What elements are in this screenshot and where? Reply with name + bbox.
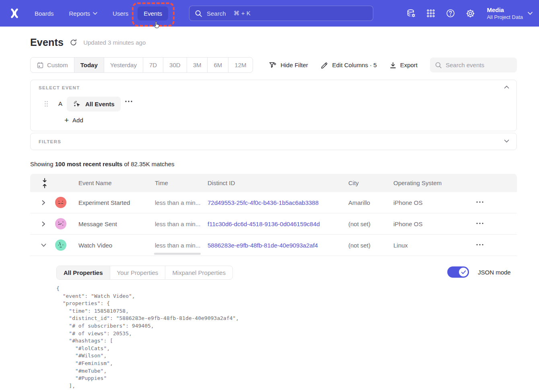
global-search-bar[interactable]: Search ⌘ + K [189, 6, 373, 21]
table-row[interactable]: Watch Video less than a min... 5886283e-… [30, 235, 517, 256]
chevron-down-icon[interactable] [41, 243, 46, 248]
search-events-box[interactable] [430, 58, 517, 72]
json-mode-control: JSON mode [447, 266, 511, 278]
date-range-today[interactable]: Today [74, 58, 104, 72]
apps-grid-icon[interactable] [426, 8, 436, 18]
add-event-button[interactable]: + Add [64, 116, 83, 124]
event-avatar [55, 218, 66, 229]
table-row[interactable]: Message Sent less than a min... f11c30d6… [30, 213, 517, 235]
chevron-down-icon[interactable] [504, 139, 509, 143]
title-row: Events Updated 3 minutes ago [30, 37, 146, 48]
chevron-up-icon[interactable] [504, 85, 509, 89]
date-range-30d[interactable]: 30D [163, 58, 187, 72]
export-button[interactable]: Export [389, 62, 418, 69]
mixpanel-logo-icon[interactable] [8, 7, 21, 19]
nav-item-boards[interactable]: Boards [29, 6, 60, 21]
event-time: less than a min... [155, 242, 200, 249]
project-switcher[interactable]: Media All Project Data [487, 6, 533, 21]
event-city: Amarillo [348, 199, 370, 206]
results-prefix: Showing [30, 161, 55, 167]
select-event-label: SELECT EVENT [39, 85, 80, 90]
magic-cursor-icon [73, 100, 82, 109]
nav-item-label: Boards [35, 10, 54, 17]
table-tools: Hide Filter Edit Columns · 5 Export [269, 58, 517, 72]
date-range-3m[interactable]: 3M [187, 58, 208, 72]
search-events-input[interactable] [446, 62, 514, 68]
selected-event-name: All Events [85, 101, 115, 107]
add-label: Add [72, 117, 83, 124]
tab-all-properties[interactable]: All Properties [57, 266, 110, 279]
tab-label: Mixpanel Properties [172, 269, 226, 276]
chevron-right-icon[interactable] [41, 200, 46, 205]
edit-columns-label: Edit Columns · 5 [332, 62, 377, 68]
search-icon [195, 10, 202, 17]
toggle-knob [459, 268, 468, 276]
date-range-7d[interactable]: 7D [143, 58, 163, 72]
refresh-icon[interactable] [70, 39, 77, 46]
updated-timestamp: Updated 3 minutes ago [83, 39, 146, 46]
table-row[interactable]: Experiment Started less than a min... 72… [30, 192, 517, 213]
event-name: Message Sent [78, 221, 117, 227]
date-range-6m[interactable]: 6M [207, 58, 228, 72]
tab-your-properties[interactable]: Your Properties [110, 266, 165, 279]
filters-label: FILTERS [39, 139, 61, 144]
row-more-icon[interactable] [476, 201, 484, 203]
column-header-time[interactable]: Time [155, 179, 168, 186]
select-event-panel: SELECT EVENT A All Events + Add [30, 80, 517, 131]
event-city: (not set) [348, 242, 370, 249]
chevron-down-icon [528, 12, 533, 15]
event-more-icon[interactable] [125, 100, 133, 103]
search-icon [435, 62, 442, 69]
nav-left-group: Boards Reports Users Events [0, 0, 170, 27]
controls-row: Custom Today Yesterday 7D 30D 3M 6M 12M … [30, 57, 517, 73]
hide-filter-label: Hide Filter [280, 62, 308, 68]
chevron-right-icon[interactable] [41, 221, 46, 227]
nav-right-group: Media All Project Data [406, 0, 533, 27]
column-header-event-name[interactable]: Event Name [78, 179, 112, 186]
event-name: Watch Video [78, 242, 112, 249]
distinct-id-link[interactable]: f11c30d6-dc6d-4518-9136-0d046159c84d [208, 221, 320, 227]
event-selector-pill[interactable]: All Events [67, 97, 121, 111]
nav-item-label: Users [113, 10, 128, 17]
event-city: (not set) [348, 221, 370, 227]
event-time: less than a min... [155, 221, 200, 227]
distinct-id-link[interactable]: 72d49553-25fc-4f0c-b436-1b5ac6ab3388 [208, 199, 319, 206]
settings-icon[interactable] [465, 8, 475, 18]
row-more-icon[interactable] [476, 243, 484, 246]
tab-mixpanel-properties[interactable]: Mixpanel Properties [165, 266, 232, 279]
project-text: Media All Project Data [487, 6, 523, 21]
date-range-label: Yesterday [110, 62, 137, 68]
json-mode-label: JSON mode [478, 269, 511, 276]
project-scope: All Project Data [487, 14, 523, 21]
hide-filter-button[interactable]: Hide Filter [269, 61, 308, 69]
sort-icon[interactable] [42, 178, 47, 188]
horizontal-scrollbar[interactable] [154, 253, 201, 255]
date-range-label: 7D [149, 62, 157, 68]
date-range-selector: Custom Today Yesterday 7D 30D 3M 6M 12M [30, 57, 253, 73]
plus-icon: + [64, 116, 69, 124]
nav-item-users[interactable]: Users [107, 6, 134, 21]
date-range-custom[interactable]: Custom [31, 58, 74, 72]
event-avatar [55, 197, 66, 208]
help-icon[interactable] [446, 8, 455, 18]
json-mode-toggle[interactable] [447, 266, 469, 278]
column-header-city[interactable]: City [348, 179, 359, 186]
data-management-icon[interactable] [406, 8, 416, 18]
filters-panel[interactable]: FILTERS [30, 133, 517, 150]
date-range-yesterday[interactable]: Yesterday [104, 58, 143, 72]
column-header-os[interactable]: Operating System [393, 179, 442, 186]
nav-item-reports[interactable]: Reports [63, 6, 104, 21]
edit-columns-button[interactable]: Edit Columns · 5 [321, 61, 377, 69]
date-range-12m[interactable]: 12M [228, 58, 252, 72]
properties-tabs: All Properties Your Properties Mixpanel … [56, 266, 233, 280]
global-search-placeholder: Search [207, 10, 226, 17]
drag-handle-icon[interactable] [44, 101, 48, 107]
results-suffix: of 82.35K matches [122, 161, 174, 167]
results-count: 100 most recent results [55, 161, 123, 167]
column-header-distinct-id[interactable]: Distinct ID [208, 179, 235, 186]
distinct-id-link[interactable]: 5886283e-e9fb-48fb-81de-40e9093a2af4 [208, 242, 318, 249]
row-more-icon[interactable] [476, 222, 484, 225]
nav-item-events[interactable]: Events [138, 6, 168, 21]
date-range-label: Custom [47, 62, 68, 68]
download-icon [389, 62, 397, 69]
